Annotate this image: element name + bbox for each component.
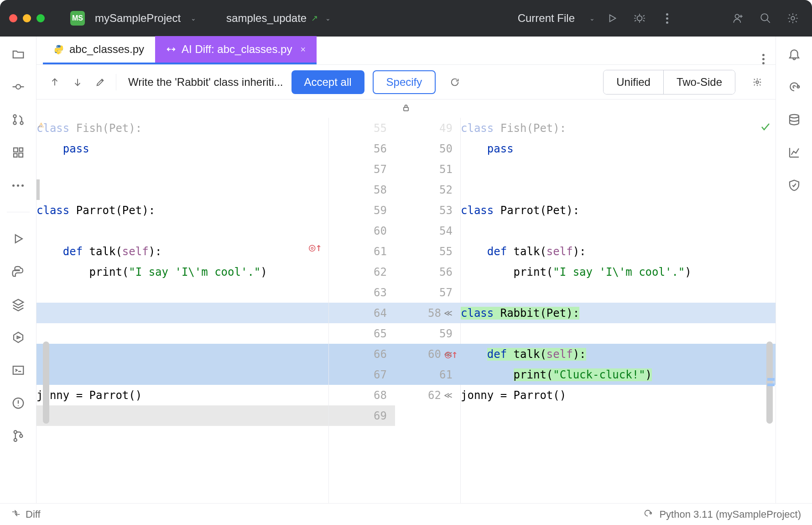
diff-viewer: ⚠ class Fish(Pet): pass class Parrot(Pet…: [36, 118, 776, 503]
maximize-window[interactable]: [36, 14, 45, 22]
ai-prompt-input[interactable]: Write the 'Rabbit' class inheriti...: [128, 76, 283, 89]
more-icon[interactable]: [657, 8, 677, 28]
svg-rect-23: [404, 107, 408, 111]
play-icon[interactable]: [10, 231, 26, 247]
line-number: 61: [395, 364, 461, 385]
vcs-branch[interactable]: samples_update ↗ ⌄: [222, 12, 331, 25]
project-name[interactable]: mySampleProject: [95, 12, 181, 25]
prev-diff-icon[interactable]: [47, 75, 62, 89]
diff-toolbar: Write the 'Rabbit' class inheriti... Acc…: [36, 65, 776, 100]
specify-button[interactable]: Specify: [373, 70, 436, 94]
database-icon[interactable]: [786, 111, 802, 128]
chevron-down-icon[interactable]: ⌄: [325, 15, 331, 22]
close-icon[interactable]: ×: [300, 44, 306, 55]
titlebar: MS mySampleProject ⌄ samples_update ↗ ⌄ …: [0, 0, 812, 37]
readonly-indicator: [36, 100, 776, 118]
interpreter-label[interactable]: Python 3.11 (mySampleProject): [659, 509, 801, 520]
tab-ai-diff[interactable]: AI Diff: abc_classes.py ×: [155, 36, 317, 64]
svg-point-6: [791, 16, 795, 20]
line-number: 55: [395, 241, 461, 262]
folder-icon[interactable]: [10, 46, 26, 62]
gear-icon[interactable]: [783, 8, 803, 28]
breakpoint-icon[interactable]: ◎↑: [445, 348, 458, 361]
editor-tabs: abc_classes.py AI Diff: abc_classes.py ×: [36, 37, 776, 65]
external-arrow-icon: ↗: [311, 13, 318, 23]
breakpoint-icon[interactable]: ◎↑: [309, 241, 322, 254]
svg-point-17: [14, 430, 16, 433]
gear-icon[interactable]: [750, 75, 765, 89]
edit-icon[interactable]: [93, 75, 108, 89]
run-configuration[interactable]: Current File: [518, 12, 575, 25]
svg-point-20: [57, 46, 57, 47]
structure-icon[interactable]: [10, 144, 26, 161]
vcs-icon[interactable]: [10, 428, 26, 444]
svg-point-18: [14, 439, 16, 441]
problems-icon[interactable]: [10, 395, 26, 411]
search-icon[interactable]: [755, 8, 776, 28]
left-diff-pane[interactable]: class Fish(Pet): pass class Parrot(Pet):…: [36, 118, 328, 503]
scrollbar-thumb[interactable]: [43, 341, 49, 424]
more-horizontal-icon[interactable]: [10, 177, 26, 194]
scrollbar-thumb[interactable]: [766, 341, 773, 424]
view-mode-segment: Unified Two-Side: [603, 70, 735, 94]
interpreter-icon: [643, 508, 653, 521]
pull-request-icon[interactable]: [10, 111, 26, 128]
line-number: 56: [329, 138, 395, 159]
line-number: 57: [395, 282, 461, 303]
project-badge: MS: [70, 11, 85, 26]
twoside-view-button[interactable]: Two-Side: [663, 70, 735, 94]
line-number: 52: [395, 179, 461, 200]
line-number: 56: [395, 262, 461, 282]
line-number-gutters: 55 56 57 58 59 60 61 62 63 64 65 66 67 6…: [328, 118, 461, 503]
close-window[interactable]: [9, 14, 17, 22]
line-number: 69: [329, 405, 395, 426]
line-number: 61: [329, 241, 395, 262]
unified-view-button[interactable]: Unified: [604, 70, 663, 94]
tab-label: AI Diff: abc_classes.py: [182, 43, 292, 56]
chevron-down-icon[interactable]: ⌄: [589, 15, 595, 22]
line-number: 51: [395, 159, 461, 179]
terminal-icon[interactable]: [10, 362, 26, 378]
next-diff-icon[interactable]: [70, 75, 85, 89]
svg-point-7: [16, 84, 21, 89]
tab-more-icon[interactable]: [751, 54, 776, 64]
commit-icon[interactable]: [10, 79, 26, 95]
line-number: 55: [329, 118, 395, 138]
line-number: 67: [329, 364, 395, 385]
layers-icon[interactable]: [10, 296, 26, 313]
right-diff-pane[interactable]: class Fish(Pet): pass class Parrot(Pet):…: [461, 118, 776, 503]
run-icon[interactable]: [602, 8, 622, 28]
line-number: 68: [329, 385, 395, 405]
accept-all-button[interactable]: Accept all: [291, 70, 364, 94]
minimap-marker[interactable]: [767, 378, 775, 381]
line-number: 66: [329, 344, 395, 364]
tab-abc-classes[interactable]: abc_classes.py: [43, 36, 155, 64]
chart-icon[interactable]: [786, 144, 802, 161]
svg-rect-12: [19, 148, 23, 152]
line-number: 60: [329, 220, 395, 241]
shield-icon[interactable]: [786, 177, 802, 194]
chevron-down-icon[interactable]: ⌄: [191, 15, 196, 22]
line-number: 64: [329, 303, 395, 323]
bell-icon[interactable]: [786, 46, 802, 62]
svg-rect-13: [14, 154, 17, 158]
line-number: 57: [329, 159, 395, 179]
svg-point-8: [13, 115, 16, 117]
minimize-window[interactable]: [23, 14, 31, 22]
debug-icon[interactable]: [630, 8, 650, 28]
status-left-label[interactable]: Diff: [26, 509, 41, 520]
apply-chunk-icon[interactable]: ≪: [444, 308, 453, 318]
line-number: 59: [329, 200, 395, 220]
line-number: 60≪◎↑: [395, 344, 461, 364]
apply-chunk-icon[interactable]: ≪: [444, 390, 453, 400]
ai-diff-icon: [166, 44, 176, 54]
line-number: 59: [395, 323, 461, 344]
services-icon[interactable]: [10, 329, 26, 346]
reload-icon[interactable]: [448, 75, 462, 89]
ai-assistant-icon[interactable]: [786, 79, 802, 95]
svg-rect-11: [14, 148, 18, 152]
python-console-icon[interactable]: [10, 263, 26, 280]
add-user-icon[interactable]: [728, 8, 748, 28]
svg-rect-15: [13, 366, 23, 374]
minimap-marker[interactable]: [767, 383, 775, 386]
